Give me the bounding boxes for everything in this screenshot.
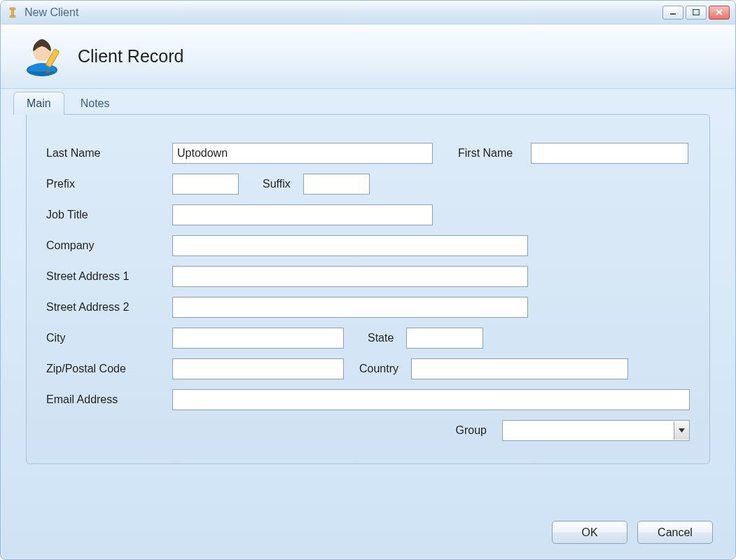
- last-name-field[interactable]: [172, 143, 433, 164]
- dialog-footer: OK Cancel: [552, 521, 713, 544]
- close-button[interactable]: [709, 6, 730, 20]
- zip-label: Zip/Postal Code: [46, 363, 172, 375]
- svg-rect-1: [12, 10, 14, 15]
- svg-rect-4: [693, 10, 700, 15]
- page-title: Client Record: [78, 46, 183, 66]
- cancel-button[interactable]: Cancel: [637, 521, 713, 544]
- tabs: Main Notes Last Name First Name Prefix S…: [1, 92, 735, 465]
- state-field[interactable]: [406, 328, 483, 349]
- minimize-button[interactable]: [662, 6, 683, 20]
- chevron-down-icon: [674, 421, 689, 440]
- zip-field[interactable]: [172, 358, 344, 379]
- tab-panel-main: Last Name First Name Prefix Suffix Job T…: [26, 114, 710, 464]
- city-field[interactable]: [172, 328, 344, 349]
- job-title-field[interactable]: [172, 204, 433, 225]
- state-label: State: [344, 332, 406, 344]
- company-label: Company: [46, 239, 172, 252]
- email-label: Email Address: [46, 393, 172, 406]
- client-record-icon: [25, 36, 65, 77]
- header: Client Record: [1, 24, 735, 89]
- ok-button[interactable]: OK: [552, 521, 627, 544]
- street2-field[interactable]: [172, 297, 528, 318]
- city-label: City: [46, 332, 172, 344]
- titlebar: New Client: [1, 1, 735, 24]
- email-field[interactable]: [172, 389, 690, 410]
- svg-rect-0: [10, 8, 15, 10]
- dialog-window: New Client Client Record Main Notes: [0, 0, 736, 560]
- last-name-label: Last Name: [46, 147, 172, 160]
- prefix-label: Prefix: [46, 178, 172, 190]
- group-label: Group: [456, 424, 487, 437]
- svg-rect-3: [670, 13, 676, 15]
- app-icon: [6, 6, 19, 19]
- maximize-button[interactable]: [686, 6, 707, 20]
- window-title: New Client: [25, 6, 660, 19]
- street2-label: Street Address 2: [46, 301, 172, 314]
- company-field[interactable]: [172, 235, 528, 256]
- country-label: Country: [344, 363, 411, 375]
- prefix-field[interactable]: [172, 174, 239, 195]
- country-field[interactable]: [411, 358, 628, 379]
- tab-main[interactable]: Main: [13, 92, 64, 115]
- first-name-field[interactable]: [531, 143, 688, 164]
- job-title-label: Job Title: [46, 209, 172, 221]
- first-name-label: First Name: [433, 147, 531, 160]
- street1-field[interactable]: [172, 266, 528, 287]
- suffix-label: Suffix: [239, 178, 303, 190]
- suffix-field[interactable]: [303, 174, 370, 195]
- svg-marker-9: [679, 428, 685, 433]
- tab-notes[interactable]: Notes: [67, 92, 123, 115]
- group-select[interactable]: [502, 420, 690, 441]
- street1-label: Street Address 1: [46, 270, 172, 283]
- svg-rect-2: [10, 15, 15, 18]
